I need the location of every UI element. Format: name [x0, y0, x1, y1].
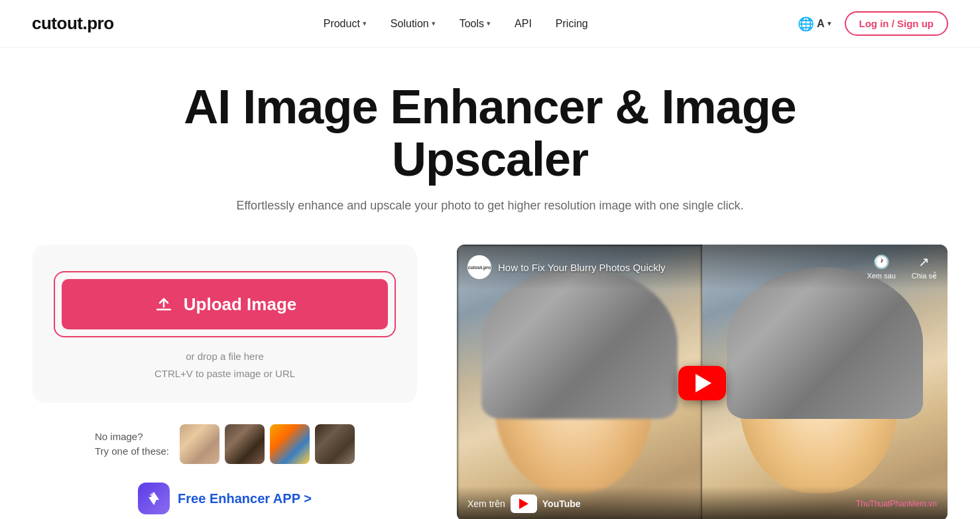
yt-watch-later-btn[interactable]: 🕐 Xem sau	[867, 254, 895, 280]
video-container[interactable]: ▶ cutout.pro How to Fix Your Blurry Phot…	[457, 245, 948, 519]
youtube-logo-icon	[511, 494, 537, 513]
yt-bottom-bar: Xem trên YouTube ThuThuatPhanMem.vn	[457, 487, 948, 519]
yt-video-title: How to Fix Your Blurry Photos Quickly	[498, 262, 666, 273]
logo[interactable]: cutout.pro	[32, 13, 114, 34]
upload-btn-wrapper: Upload Image	[54, 271, 396, 337]
nav-product[interactable]: Product ▾	[324, 18, 367, 30]
sample-label: No image? Try one of these:	[95, 430, 169, 459]
sample-image-1[interactable]	[180, 424, 219, 464]
yt-watch-on[interactable]: Xem trên YouTube	[467, 494, 581, 513]
sample-row: No image? Try one of these:	[95, 424, 355, 464]
header-right: 🌐 A ▾ Log in / Sign up	[798, 11, 948, 36]
yt-top-bar: cutout.pro How to Fix Your Blurry Photos…	[457, 245, 948, 290]
app-icon	[138, 483, 170, 514]
language-selector[interactable]: 🌐 A ▾	[798, 16, 831, 32]
lang-letter: A	[817, 18, 825, 30]
right-column: ▶ cutout.pro How to Fix Your Blurry Phot…	[457, 245, 948, 519]
chevron-down-icon: ▾	[827, 19, 831, 28]
upload-icon	[153, 294, 174, 315]
login-signup-button[interactable]: Log in / Sign up	[845, 11, 948, 36]
nav-pricing[interactable]: Pricing	[556, 18, 588, 30]
youtube-play-icon	[519, 498, 528, 509]
yt-play-button[interactable]	[678, 366, 726, 400]
chevron-down-icon: ▾	[363, 19, 367, 28]
nav-tools[interactable]: Tools ▾	[459, 18, 491, 30]
hero-title: AI Image Enhancer & Image Upscaler	[158, 81, 822, 186]
left-column: Upload Image or drop a file here CTRL+V …	[32, 245, 417, 514]
sample-images	[180, 424, 355, 464]
main-content: AI Image Enhancer & Image Upscaler Effor…	[0, 48, 980, 519]
share-icon: ↗	[918, 254, 930, 270]
yt-share-btn[interactable]: ↗ Chia sẻ	[912, 254, 937, 280]
app-label[interactable]: Free Enhancer APP >	[178, 491, 312, 506]
chevron-down-icon: ▾	[432, 19, 436, 28]
translate-icon: 🌐	[798, 16, 814, 32]
upload-card: Upload Image or drop a file here CTRL+V …	[32, 245, 417, 403]
sample-image-2[interactable]	[225, 424, 265, 464]
watermark-text: ThuThuatPhanMem.vn	[856, 499, 937, 508]
hero-subtitle: Effortlessly enhance and upscale your ph…	[236, 199, 743, 213]
sample-image-3[interactable]	[270, 424, 310, 464]
chevron-down-icon: ▾	[487, 19, 491, 28]
two-column-section: Upload Image or drop a file here CTRL+V …	[32, 245, 948, 519]
upload-hint: or drop a file here CTRL+V to paste imag…	[154, 348, 295, 382]
yt-actions: 🕐 Xem sau ↗ Chia sẻ	[867, 254, 937, 280]
yt-avatar: cutout.pro	[467, 255, 491, 279]
yt-play-center	[678, 366, 726, 400]
upload-image-button[interactable]: Upload Image	[62, 279, 388, 329]
play-triangle-icon	[696, 374, 711, 392]
sample-image-4[interactable]	[315, 424, 355, 464]
app-banner[interactable]: Free Enhancer APP >	[138, 483, 312, 514]
main-nav: Product ▾ Solution ▾ Tools ▾ API Pricing	[324, 18, 588, 30]
yt-channel: cutout.pro How to Fix Your Blurry Photos…	[467, 255, 666, 279]
app-logo-icon	[145, 489, 163, 508]
header: cutout.pro Product ▾ Solution ▾ Tools ▾ …	[0, 0, 980, 48]
youtube-overlay: cutout.pro How to Fix Your Blurry Photos…	[457, 245, 948, 519]
clock-icon: 🕐	[873, 254, 890, 270]
nav-api[interactable]: API	[515, 18, 532, 30]
nav-solution[interactable]: Solution ▾	[391, 18, 436, 30]
